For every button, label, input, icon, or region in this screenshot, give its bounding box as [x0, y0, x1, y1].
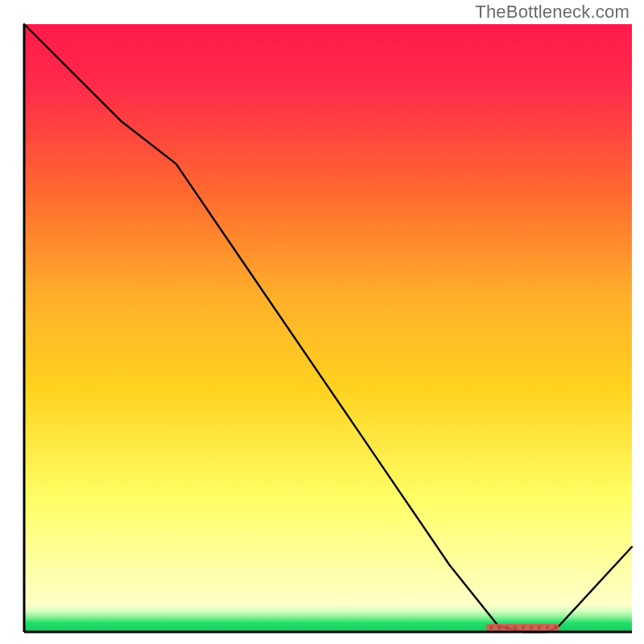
watermark-text: TheBottleneck.com: [475, 2, 630, 23]
bottom-annotation-tick: [514, 625, 517, 630]
bottleneck-chart: [0, 0, 644, 644]
bottom-annotation-tick: [546, 625, 549, 630]
bottom-annotation-tick: [538, 625, 541, 630]
bottom-annotation-tick: [522, 625, 525, 630]
bottom-annotation-tick: [530, 625, 533, 630]
bottom-annotation-tick: [506, 625, 509, 630]
bottom-annotation-tick: [554, 625, 557, 630]
bottom-annotation-tick: [497, 625, 501, 630]
bottom-annotation-tick: [489, 625, 493, 630]
